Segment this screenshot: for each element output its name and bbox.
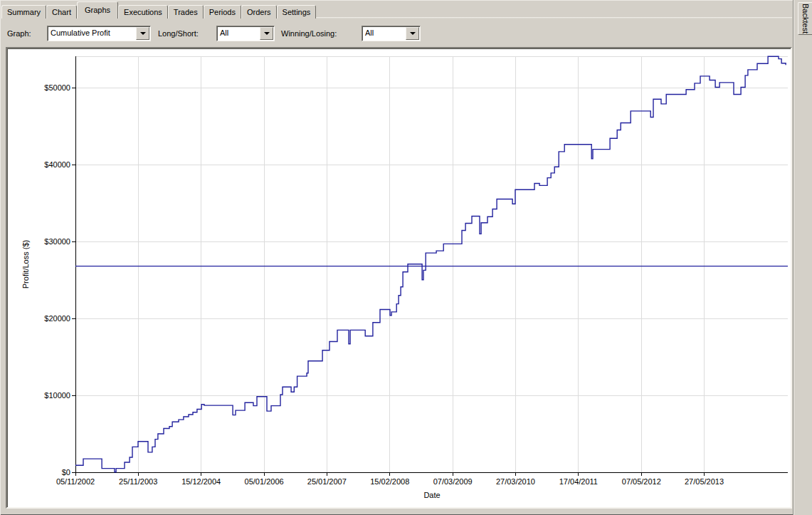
winning-losing-dropdown-value: All — [362, 26, 405, 41]
svg-text:25/01/2007: 25/01/2007 — [307, 477, 347, 486]
svg-text:$50000: $50000 — [44, 83, 70, 92]
svg-text:15/12/2004: 15/12/2004 — [181, 477, 221, 486]
backtest-side-tab[interactable]: Backtest — [798, 2, 812, 35]
svg-text:$10000: $10000 — [44, 391, 70, 400]
svg-text:07/05/2012: 07/05/2012 — [622, 477, 661, 486]
cumulative-profit-chart: $0$10000$20000$30000$40000$5000005/11/20… — [6, 47, 792, 509]
tab-bar: SummaryChartGraphsExecutionsTradesPeriod… — [1, 1, 316, 19]
profit-chart-svg: $0$10000$20000$30000$40000$5000005/11/20… — [7, 48, 788, 504]
svg-text:05/01/2006: 05/01/2006 — [245, 477, 284, 486]
right-panel-rail — [793, 0, 812, 515]
svg-text:$20000: $20000 — [44, 314, 70, 323]
tab-graphs[interactable]: Graphs — [77, 1, 118, 19]
tab-summary[interactable]: Summary — [1, 5, 46, 19]
graph-label: Graph: — [7, 29, 31, 38]
svg-text:07/03/2009: 07/03/2009 — [433, 477, 473, 486]
svg-text:$30000: $30000 — [44, 237, 70, 246]
long-short-label: Long/Short: — [158, 29, 199, 38]
svg-text:15/02/2008: 15/02/2008 — [370, 477, 409, 486]
svg-text:27/05/2013: 27/05/2013 — [685, 477, 724, 486]
tab-settings[interactable]: Settings — [277, 5, 317, 19]
svg-text:25/11/2003: 25/11/2003 — [119, 477, 157, 486]
svg-text:Profit/Loss ($): Profit/Loss ($) — [21, 240, 30, 288]
graph-dropdown-value: Cumulative Profit — [48, 26, 135, 41]
chevron-down-icon[interactable] — [136, 27, 149, 40]
winning-losing-dropdown[interactable]: All — [362, 26, 421, 41]
winning-losing-label: Winning/Losing: — [281, 29, 337, 38]
graph-dropdown[interactable]: Cumulative Profit — [47, 26, 151, 41]
tab-executions[interactable]: Executions — [118, 5, 168, 19]
chevron-down-icon[interactable] — [260, 27, 273, 40]
svg-text:27/03/2010: 27/03/2010 — [496, 477, 535, 486]
backtest-window: SummaryChartGraphsExecutionsTradesPeriod… — [0, 0, 812, 515]
tab-periods[interactable]: Periods — [204, 5, 241, 19]
svg-text:05/11/2002: 05/11/2002 — [56, 477, 95, 486]
tab-orders[interactable]: Orders — [241, 5, 277, 19]
long-short-dropdown-value: All — [217, 26, 259, 41]
tab-trades[interactable]: Trades — [168, 5, 204, 19]
tab-chart[interactable]: Chart — [46, 5, 77, 19]
svg-text:$40000: $40000 — [44, 160, 70, 169]
svg-text:Date: Date — [423, 491, 440, 499]
long-short-dropdown[interactable]: All — [216, 26, 275, 41]
chevron-down-icon[interactable] — [406, 27, 419, 40]
svg-text:17/04/2011: 17/04/2011 — [559, 477, 598, 486]
svg-text:$0: $0 — [62, 468, 70, 477]
